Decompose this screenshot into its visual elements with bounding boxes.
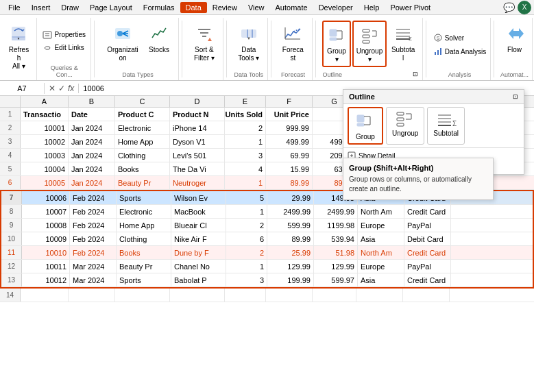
properties-button[interactable]: Properties (40, 29, 88, 41)
menu-data[interactable]: Data (180, 2, 207, 13)
cell-e10[interactable]: 6 (226, 232, 267, 245)
cell-g12[interactable]: 129.99 (314, 260, 358, 273)
cell-e14[interactable] (225, 289, 266, 302)
cell-b2[interactable]: Jan 2024 (69, 121, 115, 134)
dataanalysis-button[interactable]: Data Analysis (430, 45, 489, 58)
col-header-f[interactable]: F (266, 96, 313, 107)
cell-a11[interactable]: 10010 (22, 246, 70, 259)
cell-f9[interactable]: 599.99 (267, 219, 314, 232)
menu-insert[interactable]: Insert (26, 2, 56, 13)
cell-d10[interactable]: Nike Air F (171, 232, 226, 245)
cell-f4[interactable]: 69.99 (266, 149, 313, 162)
cell-a2[interactable]: 10001 (21, 121, 69, 134)
cell-h11[interactable]: North Am (358, 246, 404, 259)
forecast-button[interactable]: Forecast (278, 21, 307, 64)
cell-g13[interactable]: 599.97 (314, 273, 358, 286)
cell-d1[interactable]: Product N (170, 108, 225, 121)
cell-d9[interactable]: Blueair Cl (171, 219, 226, 232)
cell-f6[interactable]: 89.99 (266, 176, 313, 189)
cell-e2[interactable]: 2 (225, 121, 266, 134)
menu-view[interactable]: View (243, 2, 270, 13)
cell-f7[interactable]: 29.99 (267, 191, 314, 204)
cell-f12[interactable]: 129.99 (267, 260, 314, 273)
menu-pagelayout[interactable]: Page Layout (84, 2, 138, 13)
cell-f2[interactable]: 999.99 (266, 121, 313, 134)
cell-b9[interactable]: Feb 2024 (70, 219, 117, 232)
stocks-button[interactable]: Stocks (145, 21, 173, 56)
outline-group-button[interactable]: Group (348, 107, 383, 145)
comments-icon[interactable]: 💬 (503, 2, 515, 13)
cell-i12[interactable]: PayPal (404, 260, 451, 273)
cell-c7[interactable]: Sports (117, 191, 171, 204)
menu-draw[interactable]: Draw (56, 2, 84, 13)
cell-a3[interactable]: 10002 (21, 135, 69, 148)
cell-g8[interactable]: 2499.99 (314, 205, 358, 218)
cell-a9[interactable]: 10008 (22, 219, 70, 232)
subtotal-button[interactable]: Σ Subtotal (388, 21, 418, 64)
cell-f11[interactable]: 25.99 (267, 246, 314, 259)
cell-h8[interactable]: North Am (358, 205, 404, 218)
cell-d13[interactable]: Babolat P (171, 273, 226, 286)
cell-c9[interactable]: Home App (117, 219, 171, 232)
cell-i9[interactable]: PayPal (404, 219, 451, 232)
cell-d11[interactable]: Dune by F (171, 246, 226, 259)
cell-e8[interactable]: 1 (226, 205, 267, 218)
cell-f3[interactable]: 499.99 (266, 135, 313, 148)
cell-b13[interactable]: Mar 2024 (70, 273, 117, 286)
cell-d6[interactable]: Neutroger (170, 176, 225, 189)
cell-e7[interactable]: 5 (226, 191, 267, 204)
cell-h12[interactable]: Europe (358, 260, 404, 273)
outline-subtotal-button[interactable]: Σ Subtotal (427, 107, 465, 145)
cell-c12[interactable]: Beauty Pr (117, 260, 171, 273)
cell-d5[interactable]: The Da Vi (170, 162, 225, 175)
flow-button[interactable]: Flow (501, 21, 529, 56)
cell-b6[interactable]: Jan 2024 (69, 176, 115, 189)
cell-a5[interactable]: 10004 (21, 162, 69, 175)
cell-d8[interactable]: MacBook (171, 205, 226, 218)
cell-i14[interactable] (403, 289, 450, 302)
cell-i11[interactable]: Credit Card (404, 246, 451, 259)
cell-e3[interactable]: 1 (225, 135, 266, 148)
menu-formulas[interactable]: Formulas (138, 2, 180, 13)
organization-button[interactable]: Organization (103, 21, 143, 64)
cell-e12[interactable]: 1 (226, 260, 267, 273)
cell-d14[interactable] (170, 289, 225, 302)
cell-c1[interactable]: Product C (115, 108, 170, 121)
cell-b1[interactable]: Date (69, 108, 115, 121)
cell-b3[interactable]: Jan 2024 (69, 135, 115, 148)
cell-h13[interactable]: Asia (358, 273, 404, 286)
cell-g11[interactable]: 51.98 (314, 246, 358, 259)
editlinks-button[interactable]: Edit Links (40, 42, 86, 54)
cell-c8[interactable]: Electronic (117, 205, 171, 218)
cell-f5[interactable]: 15.99 (266, 162, 313, 175)
solver-button[interactable]: S Solver (430, 32, 467, 44)
cell-i8[interactable]: Credit Card (404, 205, 451, 218)
cell-c2[interactable]: Electronic (115, 121, 170, 134)
cell-h9[interactable]: Europe (358, 219, 404, 232)
cell-d4[interactable]: Levi's 501 (170, 149, 225, 162)
cell-e11[interactable]: 2 (226, 246, 267, 259)
cell-c13[interactable]: Sports (117, 273, 171, 286)
cell-a14[interactable] (21, 289, 69, 302)
menu-help[interactable]: Help (359, 2, 385, 13)
cell-b10[interactable]: Feb 2024 (70, 232, 117, 245)
cell-e6[interactable]: 1 (225, 176, 266, 189)
cell-c6[interactable]: Beauty Pr (115, 176, 170, 189)
cell-b14[interactable] (69, 289, 115, 302)
cell-h10[interactable]: Asia (358, 232, 404, 245)
menu-powerpivot[interactable]: Power Pivot (385, 2, 436, 13)
cell-a13[interactable]: 10012 (22, 273, 70, 286)
datatools-button[interactable]: ▼ DataTools ▾ (235, 21, 263, 64)
cell-b7[interactable]: Feb 2024 (70, 191, 117, 204)
refresh-button[interactable]: ▼ RefreshAll ▾ (5, 21, 32, 73)
ungroup-button[interactable]: Ungroup ▾ (352, 21, 387, 67)
cell-e1[interactable]: Units Sold (225, 108, 266, 121)
outline-ungroup-button[interactable]: Ungroup (386, 107, 424, 145)
cell-c5[interactable]: Books (115, 162, 170, 175)
col-header-e[interactable]: E (225, 96, 266, 107)
cell-a7[interactable]: 10006 (22, 191, 70, 204)
cell-a8[interactable]: 10007 (22, 205, 70, 218)
menu-review[interactable]: Review (207, 2, 243, 13)
menu-automate[interactable]: Automate (270, 2, 313, 13)
cell-a10[interactable]: 10009 (22, 232, 70, 245)
